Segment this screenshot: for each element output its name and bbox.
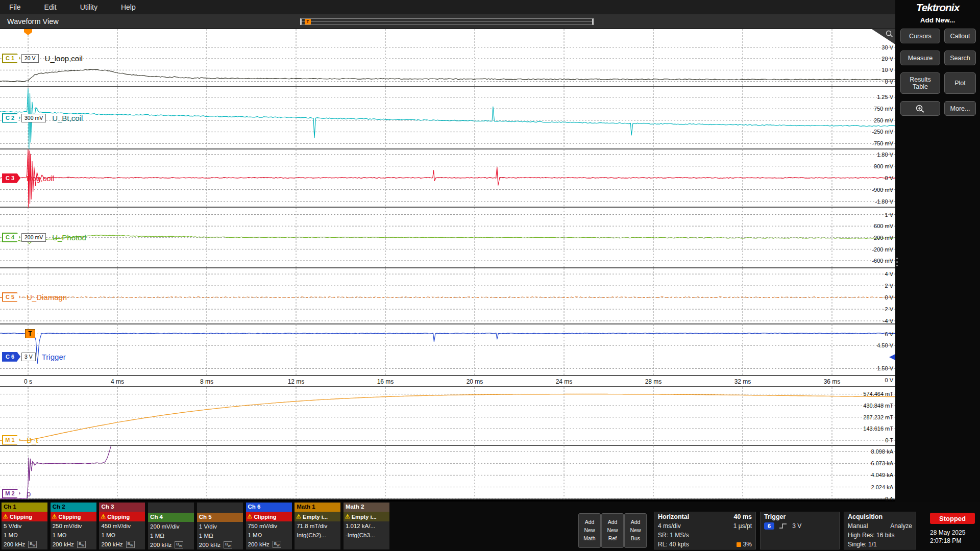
channel-badge-header: Ch 2 [51, 503, 96, 512]
panel-drag-handle[interactable] [896, 258, 898, 266]
channel-tag-c6[interactable]: C 6 [2, 352, 20, 362]
warning-icon: ⚠ [3, 513, 8, 520]
channel-badge-ch-1[interactable]: Ch 1⚠Clipping5 V/div1 MΩ200 kHzBW [2, 503, 47, 549]
add-new-ref-button[interactable]: Add New Ref [601, 513, 624, 548]
axis-tick-label: 0 V [844, 174, 893, 182]
axis-tick-label: 1 V [844, 211, 893, 218]
channel-detail-row: 1 MΩ [99, 531, 145, 540]
sidebar-button-callout[interactable]: Callout [944, 29, 976, 43]
sidebar-button-measure[interactable]: Measure [900, 51, 940, 65]
channel-detail-text: 200 mV/div [150, 523, 180, 530]
trigger-panel[interactable]: Trigger 6 3 V [760, 512, 840, 549]
channel-badge-c1[interactable]: C 120 VU_loop,coil [2, 53, 83, 63]
channel-detail-text: 200 kHz [53, 541, 74, 547]
section-c6 [0, 324, 895, 376]
channel-detail-text: 1 MΩ [53, 532, 67, 538]
axis-tick-label: 0 A [844, 495, 893, 503]
channel-detail-text: 1 MΩ [199, 533, 213, 539]
channel-badge-math-2[interactable]: Math 2⚠Empty i...1.012 kA/...-Intg(Ch3..… [344, 503, 389, 549]
channel-badge-m2[interactable]: M 2p [2, 488, 31, 498]
menu-item-file[interactable]: File [9, 3, 21, 11]
sidebar-button-search[interactable]: Search [944, 51, 976, 65]
channel-badge-ch-2[interactable]: Ch 2⚠Clipping250 mV/div1 MΩ200 kHzBW [51, 503, 96, 549]
warning-icon: ⚠ [296, 513, 301, 520]
run-state-button[interactable]: Stopped [930, 513, 975, 524]
bandwidth-limit-icon: BW [273, 541, 281, 548]
sidebar-button-cursors[interactable]: Cursors [900, 29, 940, 43]
channel-detail-row: 450 mV/div [99, 521, 145, 531]
channel-badge-c5[interactable]: C 5U_Diamagn [2, 292, 67, 302]
section-c4 [0, 208, 895, 268]
axis-tick-label: 4.049 kA [844, 471, 893, 479]
axis-tick-label: -750 mV [844, 140, 893, 147]
menu-item-edit[interactable]: Edit [44, 3, 57, 11]
sidebar-button-plot[interactable]: Plot [944, 72, 976, 94]
sidebar-buttons: CursorsCalloutMeasureSearchResults Table… [900, 29, 976, 116]
warning-icon: ⚠ [248, 513, 253, 520]
record-view-bar[interactable]: T [300, 18, 594, 25]
channel-label-c4: U_Photod [52, 233, 86, 242]
channel-tag-c5[interactable]: C 5 [2, 292, 20, 302]
trace-c6 [0, 333, 895, 364]
section-c2 [0, 87, 895, 150]
channel-detail-text: 250 mV/div [53, 523, 82, 529]
channel-badge-ch-6[interactable]: Ch 6⚠Clipping750 mV/div1 MΩ200 kHzBW [246, 503, 292, 549]
axis-tick-label: 287.232 mT [844, 414, 893, 421]
rising-edge-icon [779, 522, 788, 530]
menu-item-help[interactable]: Help [121, 3, 136, 11]
channel-detail-row: 1 V/div [197, 522, 243, 531]
channel-badge-c2[interactable]: C 2300 mVU_Bt,coil [2, 113, 83, 123]
channel-tag-c4[interactable]: C 4 [2, 233, 20, 242]
warning-label: Clipping [107, 514, 130, 520]
channel-tag-c1[interactable]: C 1 [2, 54, 20, 63]
add-new-title: Add New... [895, 16, 980, 24]
channel-detail-text: 200 kHz [248, 541, 270, 547]
channel-detail-text: 1.012 kA/... [346, 523, 375, 529]
add-new-bus-button[interactable]: Add New Bus [624, 513, 647, 548]
axis-tick-label: 1.50 V [844, 365, 893, 372]
channel-badge-c3[interactable]: C 3Rog,coil [2, 173, 54, 183]
oscilloscope-app: FileEditUtilityHelp Waveform View T 30 V… [0, 0, 980, 551]
bandwidth-limit-icon: BW [224, 541, 232, 549]
menu-item-utility[interactable]: Utility [80, 3, 97, 11]
trace-c5 [0, 297, 895, 298]
trace-c4 [0, 235, 895, 244]
time-tick-label: 28 ms [638, 378, 669, 385]
channel-tag-c2[interactable]: C 2 [2, 113, 20, 123]
channel-detail-row: 200 kHzBW [99, 540, 145, 549]
acquisition-panel[interactable]: Acquisition Manual Analyze High Res: 16 … [844, 512, 916, 549]
axis-tick-label: 250 mV [844, 117, 893, 124]
add-new-math-button[interactable]: Add New Math [578, 513, 601, 548]
sidebar-button-more[interactable]: More... [944, 101, 976, 116]
time-tick-label: 12 ms [281, 378, 311, 385]
channel-badge-c6[interactable]: C 63 VTrigger [2, 352, 66, 362]
channel-tag-m1[interactable]: M 1 [2, 435, 20, 445]
axis-tick-label: 4.50 V [844, 342, 893, 349]
horizontal-per-point: 1 µs/pt [733, 522, 752, 530]
channel-detail-row: 71.8 mT/div [295, 521, 340, 531]
channel-tag-m2[interactable]: M 2 [2, 489, 20, 498]
sidebar-button-zoom[interactable] [900, 101, 940, 116]
section-m1 [0, 387, 895, 446]
horizontal-panel[interactable]: Horizontal 40 ms 4 ms/div 1 µs/pt SR: 1 … [654, 512, 756, 549]
channel-badge-math-1[interactable]: Math 1⚠Empty i...71.8 mT/divIntg(Ch2)... [295, 503, 340, 549]
acquisition-mode: Manual [848, 522, 868, 530]
axis-tick-label: 1.25 V [844, 93, 893, 101]
section-m2 [0, 446, 895, 499]
warning-label: Clipping [254, 514, 276, 520]
trigger-source-marker[interactable]: T [25, 329, 35, 338]
waveform-svg-c2 [0, 87, 895, 150]
channel-badge-ch-5[interactable]: Ch 51 V/div1 MΩ200 kHzBW [197, 503, 243, 549]
channel-badge-m1[interactable]: M 1B_t [2, 435, 38, 445]
axis-tick-label: 143.616 mT [844, 425, 893, 432]
sidebar-button-results-table[interactable]: Results Table [900, 72, 940, 94]
channel-badge-ch-4[interactable]: Ch 4200 mV/div1 MΩ200 kHzBW [148, 503, 194, 549]
axis-tick-label: -600 mV [844, 257, 893, 264]
channel-tag-c3[interactable]: C 3 [2, 173, 20, 183]
channel-badge-ch-3[interactable]: Ch 3⚠Clipping450 mV/div1 MΩ200 kHzBW [99, 503, 145, 549]
channel-badge-c4[interactable]: C 4200 mVU_Photod [2, 232, 86, 242]
trigger-level-marker[interactable] [889, 354, 895, 360]
record-bar-trigger-icon[interactable]: T [305, 19, 311, 24]
channel-detail-row: 1 MΩ [197, 531, 243, 540]
axis-tick-label: 750 mV [844, 105, 893, 112]
